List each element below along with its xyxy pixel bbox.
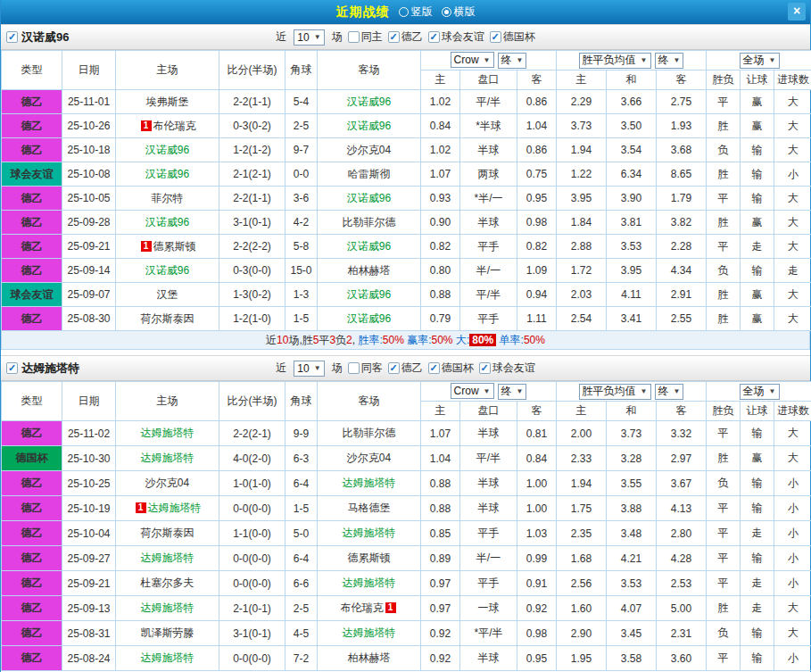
sections-container: ✓汉诺威96近10▼场同主✓德乙✓球会友谊✓德国杯类型日期主场比分(半场)角球客… [1,24,810,671]
euro-away-odds: 3.67 [657,471,707,496]
team-checkbox[interactable]: ✓ [6,362,18,374]
handicap-result-cell: 输 [741,138,774,162]
euro-away-odds: 4.13 [657,496,707,521]
subcol-header: 让球 [741,402,774,421]
handicap-cell: 平/半 [460,90,517,114]
goals-result-cell: 大 [774,283,811,307]
corner-cell: 4-5 [286,621,318,646]
goals-result-cell: 大 [774,446,811,471]
competition-filter[interactable]: ✓德国杯 [490,29,535,45]
filter-label: 同客 [361,361,383,376]
filter-checkbox[interactable]: ✓ [479,362,491,374]
away-team-cell: 柏林赫塔 [318,259,421,283]
away-team-name: 沙尔克04 [347,144,391,156]
games-count-select[interactable]: 10▼ [294,361,324,377]
corner-cell: 4-2 [286,211,318,235]
match-row: 德乙25-11-02达姆施塔特2-2(2-1)9-9比勒菲尔德1.07半球0.8… [2,421,811,446]
home-team-name: 埃弗斯堡 [146,95,189,108]
goals-result-cell: 大 [774,90,811,114]
corner-cell: 9-7 [286,138,318,162]
home-team-name: 德累斯顿 [153,240,196,253]
away-team-name: 达姆施塔特 [343,626,396,639]
asia-away-odds: 0.98 [517,211,557,235]
euro-draw-odds: 3.54 [607,138,657,162]
euro-draw-odds: 3.55 [607,471,657,496]
europe-time-select[interactable]: 终▼ [655,384,684,400]
subcol-header: 进球数 [774,71,811,90]
filter-label: 德国杯 [442,361,474,376]
asia-time-select[interactable]: 终▼ [498,384,527,400]
home-team-cell: 1德累斯顿 [116,235,219,259]
asia-away-odds: 0.95 [517,187,557,211]
europe-odds-select[interactable]: 胜平负均值▼ [579,384,651,400]
games-count-select[interactable]: 10▼ [294,29,324,46]
asia-odds-group: Crow▼终▼ [421,51,557,71]
near-label: 近 [276,29,286,45]
red-card-badge: 1 [385,602,396,613]
competition-filter[interactable]: ✓德乙 [388,361,423,376]
competition-filter[interactable]: 同主 [348,29,383,45]
competition-type: 德乙 [2,571,62,596]
asia-time-select[interactable]: 终▼ [498,53,527,69]
euro-home-odds: 2.29 [557,90,607,114]
chevron-down-icon: ▼ [769,387,776,395]
europe-time-select[interactable]: 终▼ [655,53,684,69]
away-team-name: 汉诺威96 [347,95,391,108]
competition-type: 德乙 [2,259,62,283]
asia-home-odds: 0.93 [421,187,460,211]
result-scope-select[interactable]: 全场▼ [740,384,780,400]
euro-draw-odds: 6.34 [607,162,657,187]
away-team-cell: 达姆施塔特 [318,571,421,596]
team-filter[interactable]: ✓达姆施塔特 [6,361,79,377]
home-team-name: 杜塞尔多夫 [141,577,194,589]
handicap-cell: 半球 [460,421,517,446]
date-cell: 25-09-21 [62,571,116,596]
close-icon[interactable]: × [788,3,806,21]
subcol-header: 主 [421,402,460,421]
layout-radio-horizontal[interactable]: 横版 [442,4,476,20]
competition-filter[interactable]: ✓球会友谊 [428,29,484,45]
filter-checkbox[interactable]: ✓ [388,362,400,374]
competition-filter[interactable]: ✓德乙 [388,29,423,45]
away-team-name: 沙尔克04 [347,452,391,464]
summary-text: 近 [266,333,277,348]
competition-filter[interactable]: ✓球会友谊 [479,361,535,376]
score-cell: 3-1(0-1) [219,621,286,646]
europe-odds-select[interactable]: 胜平负均值▼ [579,53,651,69]
panel-title: 近期战绩 [336,4,390,21]
away-team-cell: 布伦瑞克1 [318,596,421,621]
competition-filter[interactable]: ✓德国杯 [428,361,474,376]
team-section: ✓汉诺威96近10▼场同主✓德乙✓球会友谊✓德国杯类型日期主场比分(半场)角球客… [1,24,810,350]
asia-away-odds: 0.75 [517,162,557,187]
competition-filter[interactable]: 同客 [348,361,383,376]
asia-away-odds: 0.98 [517,621,557,646]
summary-text: 胜率: [358,333,382,348]
topbar-controls: 近期战绩 竖版 横版 [336,4,476,21]
filter-checkbox[interactable]: ✓ [490,31,501,43]
filter-checkbox[interactable]: ✓ [428,362,440,374]
date-cell: 25-09-14 [62,259,116,283]
score-cell: 4-0(2-0) [219,446,286,471]
bookmaker-select[interactable]: Crow▼ [451,52,494,68]
handicap-result-cell: 输 [741,646,774,671]
filter-checkbox[interactable]: ✓ [428,31,440,43]
team-checkbox[interactable]: ✓ [6,31,18,43]
euro-away-odds: 8.65 [657,162,707,187]
goals-result-cell: 大 [774,621,811,646]
goals-result-cell: 小 [774,162,811,187]
filter-checkbox[interactable]: ✓ [388,31,400,43]
col-header-away: 客场 [318,51,421,90]
chevron-down-icon: ▼ [641,387,648,395]
handicap-cell: *半/一 [460,187,517,211]
bookmaker-select[interactable]: Crow▼ [451,383,494,399]
asia-away-odds: 1.04 [517,114,557,138]
asia-away-odds: 0.86 [517,90,557,114]
result-scope-select[interactable]: 全场▼ [740,53,780,69]
chevron-down-icon: ▼ [674,56,681,64]
corner-cell: 2-5 [286,114,318,138]
filter-checkbox[interactable] [348,31,360,43]
team-filter[interactable]: ✓汉诺威96 [6,29,69,46]
home-team-cell: 菲尔特 [116,187,219,211]
layout-radio-vertical[interactable]: 竖版 [399,4,433,20]
filter-checkbox[interactable] [348,362,360,374]
